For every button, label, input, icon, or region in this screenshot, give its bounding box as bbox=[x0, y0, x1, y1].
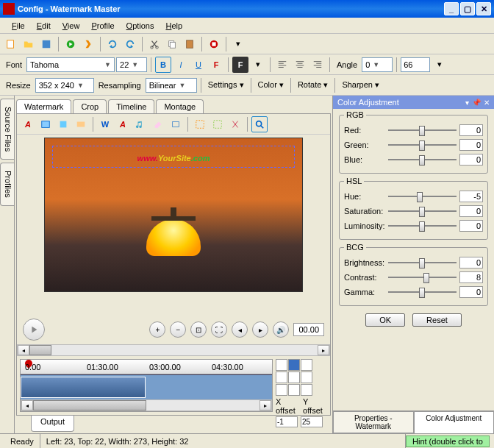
seek-bar[interactable]: ◂ ▸ bbox=[17, 344, 330, 356]
fit-icon[interactable]: ⊡ bbox=[190, 321, 207, 338]
watermark-selection[interactable]: www.YourSite.com bbox=[52, 146, 295, 168]
menu-help[interactable]: Help bbox=[160, 20, 188, 32]
green-value[interactable]: 0 bbox=[459, 139, 483, 151]
undo-icon[interactable] bbox=[104, 36, 121, 52]
resize-dims-combo[interactable]: 352 x 240▼ bbox=[35, 78, 94, 93]
area-icon[interactable] bbox=[210, 116, 226, 132]
gamma-value[interactable]: 0 bbox=[459, 286, 483, 298]
align-ml[interactable] bbox=[276, 371, 287, 383]
align-tc[interactable] bbox=[288, 359, 300, 371]
color-menu[interactable]: Color ▾ bbox=[258, 80, 284, 90]
wm-tool-icon[interactable]: W bbox=[97, 116, 113, 132]
align-tr[interactable] bbox=[301, 359, 312, 371]
underline-button[interactable]: U bbox=[190, 57, 207, 73]
blue-value[interactable]: 0 bbox=[459, 154, 483, 166]
rect-icon[interactable] bbox=[168, 116, 184, 132]
sharpen-menu[interactable]: Sharpen ▾ bbox=[342, 80, 379, 90]
saturation-slider[interactable] bbox=[388, 205, 457, 217]
save-icon[interactable] bbox=[38, 36, 54, 52]
gamma-slider[interactable] bbox=[388, 286, 457, 298]
tab-watermark[interactable]: Watermark bbox=[16, 99, 71, 113]
align-mc[interactable] bbox=[288, 371, 300, 383]
prev-frame-icon[interactable]: ◂ bbox=[232, 321, 248, 338]
opacity-arrow[interactable]: ▾ bbox=[432, 57, 448, 73]
audio-icon[interactable] bbox=[132, 116, 148, 132]
bold-button[interactable]: B bbox=[155, 57, 171, 73]
timeline-scrollbar[interactable]: ◂▸ bbox=[21, 399, 272, 411]
panel-pin-icon[interactable]: 📌 bbox=[472, 99, 481, 107]
tab-output[interactable]: Output bbox=[31, 416, 74, 432]
menu-view[interactable]: View bbox=[57, 20, 86, 32]
menu-profile[interactable]: Profile bbox=[85, 20, 120, 32]
brightness-slider[interactable] bbox=[388, 257, 457, 269]
tab-timeline[interactable]: Timeline bbox=[108, 99, 154, 113]
text-watermark-icon[interactable]: A bbox=[20, 116, 36, 132]
font-size-combo[interactable]: 22▼ bbox=[116, 57, 147, 72]
ok-button[interactable]: OK bbox=[365, 313, 405, 327]
tab-montage[interactable]: Montage bbox=[156, 99, 204, 113]
reset-button[interactable]: Reset bbox=[412, 313, 462, 327]
align-mr[interactable] bbox=[301, 371, 312, 383]
luminosity-value[interactable]: 0 bbox=[459, 220, 483, 232]
align-left-icon[interactable] bbox=[274, 57, 290, 73]
preview-canvas[interactable]: www.YourSite.com bbox=[17, 135, 330, 315]
play-button[interactable] bbox=[23, 319, 45, 341]
panel-tab-properties[interactable]: Properties - Watermark bbox=[333, 411, 414, 433]
font-family-combo[interactable]: Tahoma▼ bbox=[26, 57, 115, 72]
red-slider[interactable] bbox=[388, 124, 457, 136]
animation-icon[interactable] bbox=[73, 116, 89, 132]
align-tl[interactable] bbox=[276, 359, 287, 371]
menu-edit[interactable]: Edit bbox=[31, 20, 57, 32]
sidetab-profiles[interactable]: Profiles bbox=[0, 163, 14, 206]
hue-slider[interactable] bbox=[388, 191, 457, 202]
panel-close-icon[interactable]: ✕ bbox=[484, 99, 490, 107]
zoom-out-icon[interactable]: − bbox=[170, 321, 186, 338]
status-hint[interactable]: Hint (double click to bbox=[406, 435, 490, 447]
italic-button[interactable]: I bbox=[173, 57, 189, 73]
cut-clip-icon[interactable] bbox=[227, 116, 243, 132]
saturation-value[interactable]: 0 bbox=[459, 205, 483, 217]
maximize-button[interactable]: ▢ bbox=[460, 2, 475, 15]
seek-right-icon[interactable]: ▸ bbox=[318, 345, 329, 355]
shape-watermark-icon[interactable] bbox=[55, 116, 71, 132]
timeline-clip[interactable] bbox=[21, 377, 146, 398]
fullscreen-icon[interactable]: ⛶ bbox=[211, 321, 227, 338]
play-icon[interactable] bbox=[62, 36, 79, 52]
contrast-slider[interactable] bbox=[388, 271, 457, 283]
hue-value[interactable]: -5 bbox=[459, 191, 483, 202]
rotate-menu[interactable]: Rotate ▾ bbox=[298, 80, 328, 90]
new-icon[interactable] bbox=[3, 36, 19, 52]
contrast-value[interactable]: 8 bbox=[459, 271, 483, 283]
dropdown-icon[interactable]: ▾ bbox=[230, 36, 246, 52]
panel-tab-color[interactable]: Color Adjustment bbox=[414, 411, 495, 433]
brightness-value[interactable]: 0 bbox=[459, 257, 483, 269]
paste-icon[interactable] bbox=[182, 36, 198, 52]
font-color-button[interactable]: F bbox=[208, 57, 224, 73]
redo-icon[interactable] bbox=[122, 36, 138, 52]
next-frame-icon[interactable]: ▸ bbox=[252, 321, 268, 338]
align-bc[interactable] bbox=[288, 384, 300, 396]
select-icon[interactable] bbox=[192, 116, 208, 132]
panel-menu-icon[interactable]: ▾ bbox=[465, 99, 469, 107]
close-button[interactable]: ✕ bbox=[476, 2, 491, 15]
image-watermark-icon[interactable] bbox=[37, 116, 54, 132]
minimize-button[interactable]: _ bbox=[444, 2, 459, 15]
timeline[interactable]: 0.00 01:30.00 03:00.00 04:30.00 ◂▸ bbox=[20, 359, 273, 412]
sidetab-source-files[interactable]: Source Files bbox=[0, 99, 14, 160]
volume-icon[interactable]: 🔊 bbox=[273, 321, 289, 338]
settings-menu[interactable]: Settings ▾ bbox=[208, 80, 244, 90]
cut-icon[interactable] bbox=[146, 36, 162, 52]
seek-thumb[interactable] bbox=[29, 345, 51, 355]
zoom-icon[interactable] bbox=[251, 116, 268, 132]
resampling-combo[interactable]: Bilinear▼ bbox=[146, 78, 197, 93]
timeline-track[interactable] bbox=[21, 374, 272, 399]
open-icon[interactable] bbox=[21, 36, 37, 52]
convert-icon[interactable] bbox=[80, 36, 96, 52]
align-right-icon[interactable] bbox=[309, 57, 326, 73]
menu-file[interactable]: File bbox=[6, 20, 31, 32]
text-style-icon[interactable]: A bbox=[115, 116, 131, 132]
tab-crop[interactable]: Crop bbox=[73, 99, 107, 113]
shadow-button[interactable]: F bbox=[232, 57, 248, 73]
align-center-icon[interactable] bbox=[292, 57, 308, 73]
zoom-in-icon[interactable]: + bbox=[149, 321, 165, 338]
